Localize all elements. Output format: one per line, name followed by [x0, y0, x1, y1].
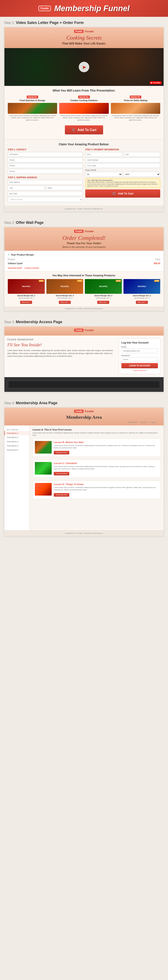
ma-left: FOODIE MEMBERSHIP I'll See You Inside! L… — [7, 339, 119, 374]
lesson-c-label: Lesson C: Checklists — [54, 462, 77, 465]
vsl-header: Foodie Foodie Cooking Secrets That Will … — [5, 27, 163, 48]
ow-headline: Order Completed! — [9, 235, 159, 241]
lesson-c-title: Lesson C: Checklists — [54, 462, 158, 465]
first-name-field[interactable] — [85, 152, 122, 157]
email-field[interactable] — [8, 158, 83, 162]
sidebar-item-5[interactable]: Free Bonus 5 — [5, 448, 29, 452]
header-banner: Foodie Membership Funnel — [0, 0, 168, 17]
upsell-title: You May Also Interested In These Amazing… — [8, 274, 160, 277]
free-badge-4: FREE — [154, 280, 159, 282]
access-link[interactable]: Access Purchase — [25, 267, 39, 269]
secret-badge-3: Secret #3: — [130, 95, 141, 99]
receipt-title: Your Product Recipe: — [8, 253, 160, 256]
secure-note-detail: ONE TIME OFFER ONLY: You'll love creatin… — [87, 181, 158, 187]
expiry-month-select[interactable]: 01 — [85, 172, 122, 177]
lesson-b-text: Lesson B: Before You Start Lorem ipsum d… — [54, 441, 158, 454]
card-number-field[interactable] — [85, 158, 160, 162]
login-email-field[interactable] — [121, 348, 158, 353]
more-info-btn-4[interactable]: More Info + — [136, 301, 148, 304]
secure-note: Yes, I Will Take This Amazing Entr... ON… — [85, 178, 160, 188]
check-icon — [8, 253, 10, 256]
zip-field[interactable] — [8, 191, 83, 196]
vsl-video-area[interactable]: ▶ YouTube — [5, 48, 163, 86]
header-logo-badge: Foodie — [38, 6, 51, 11]
sidebar-item-2[interactable]: Free Bonus 2 — [5, 435, 29, 439]
secret-img-3 — [111, 103, 160, 114]
vsl-logo-badge: Foodie — [74, 30, 84, 33]
secret-title-3: Tricks for Better Baking — [111, 99, 160, 102]
full-name-field[interactable] — [8, 152, 83, 157]
pass-label: Password: — [121, 355, 158, 356]
step3-title: Membership Access Page — [16, 320, 62, 324]
city-state-row — [8, 186, 83, 191]
play-button[interactable] — [79, 62, 89, 72]
lesson-c-download[interactable]: Download Now — [54, 472, 69, 476]
map-logo-row: Foodie Foodie — [9, 410, 159, 413]
upsell-card-3: FREE RECIPES Secret Recipe Vol. 4 Secret… — [85, 279, 122, 304]
lesson-b-download[interactable]: Download Now — [54, 451, 69, 454]
book-4: FREE RECIPES — [124, 279, 160, 294]
add-to-cart-button[interactable]: Add To Cart — [65, 126, 103, 134]
forgot-password-link[interactable]: Forgot Password? — [121, 369, 158, 371]
book-3: FREE RECIPES — [85, 279, 122, 294]
lesson-d-download[interactable]: Download Now — [54, 493, 69, 496]
add-to-cart-label: Add To Cart — [78, 128, 97, 132]
ow-logo-badge: Foodie — [74, 230, 84, 233]
secret-img-1 — [8, 103, 57, 114]
country-select[interactable]: Select Country — [8, 197, 83, 202]
login-title: Log Into Your Account: — [121, 341, 158, 344]
last-name-field[interactable] — [124, 152, 160, 157]
step4-label: Step 4: Membership Area Page — [0, 397, 168, 407]
sidebar-item-3[interactable]: Free Bonus 3 — [5, 439, 29, 444]
page3-footer — [5, 377, 163, 392]
lesson-a-intro: Lesson A: This Is Your First Lesson Lore… — [33, 428, 161, 436]
map-sidebar: Get Started Free Bonus 1 Free Bonus 2 Fr… — [5, 425, 30, 530]
receipt-title-text: Your Product Recipe: — [11, 253, 35, 256]
city-field[interactable] — [8, 186, 45, 190]
cvv-field[interactable] — [85, 163, 160, 168]
lesson-d-body: Lorem ipsum dolor sit amet, consectetur … — [54, 486, 158, 491]
download-link[interactable]: Download Upsell — [8, 267, 22, 269]
receipt-table: Product Price Software Upsell $00.00 — [8, 258, 160, 266]
login-password-field[interactable] — [121, 357, 158, 362]
nav-dashboard[interactable]: Dashboard — [128, 421, 137, 423]
more-info-btn-3[interactable]: More Info + — [97, 301, 109, 304]
page2-container: Foodie Foodie Order Completed! Thank You… — [4, 227, 164, 311]
map-headline: Membership Area — [9, 415, 159, 420]
sidebar-item-1[interactable]: Free Bonus 1 — [5, 431, 29, 435]
address-field[interactable] — [8, 180, 83, 185]
upsell-cards: FREE RECIPES Secret Recipe Vol. 2 Secret… — [8, 279, 160, 304]
upsell-card-4: FREE RECIPES Secret Recipe Vol. 4 Secret… — [124, 279, 160, 304]
ma-logo-text: Foodie — [85, 329, 94, 332]
book-2: FREE RECIPES — [46, 279, 83, 294]
vsl-logo-row: Foodie Foodie — [9, 30, 159, 33]
col-product: Product — [8, 258, 114, 261]
step2-label: Step 2: Offer Wall Page — [0, 217, 168, 227]
lesson-d-label: Lesson D: Things To Know — [54, 483, 83, 485]
lesson-c-body: Lorem ipsum dolor sit amet, consectetur … — [54, 465, 158, 470]
step4-title: Membership Area Page — [16, 401, 57, 405]
ow-upsell: You May Also Interested In These Amazing… — [5, 271, 163, 306]
expiry-year-select[interactable]: 2017 — [124, 172, 160, 177]
submit-label: Add To Cart — [118, 192, 133, 195]
sidebar-item-4[interactable]: Free Bonus 4 — [5, 444, 29, 448]
lesson-b-label: Lesson B: Before You Start — [54, 441, 84, 444]
state-field[interactable] — [46, 186, 83, 190]
map-header: Foodie Foodie Membership Area Dashboard … — [5, 407, 163, 425]
book4-label: RECIPES — [137, 285, 147, 288]
submit-button[interactable]: Add To Cart — [85, 189, 160, 197]
more-info-btn-2[interactable]: More Info + — [59, 301, 71, 304]
page3-container: Foodie Foodie FOODIE MEMBERSHIP I'll See… — [4, 326, 164, 392]
phone2-field[interactable] — [8, 169, 83, 173]
nav-support[interactable]: Support — [140, 421, 147, 423]
map-logo-badge: Foodie — [74, 410, 84, 413]
nav-logout[interactable]: Logout — [150, 421, 156, 423]
name-row — [85, 152, 160, 158]
login-button[interactable]: LOGIN TO ACCOUNT — [121, 363, 158, 368]
phone-field[interactable] — [8, 163, 83, 168]
more-info-btn-1[interactable]: More Info + — [20, 301, 32, 304]
book3-title: Secret Recipe Vol. 4 — [85, 294, 122, 297]
table-row: Software Upsell $00.00 — [8, 261, 160, 266]
ma-header: Foodie Foodie — [5, 326, 163, 336]
order-form-title: Claim Your Amazing Product Below: — [8, 143, 160, 146]
